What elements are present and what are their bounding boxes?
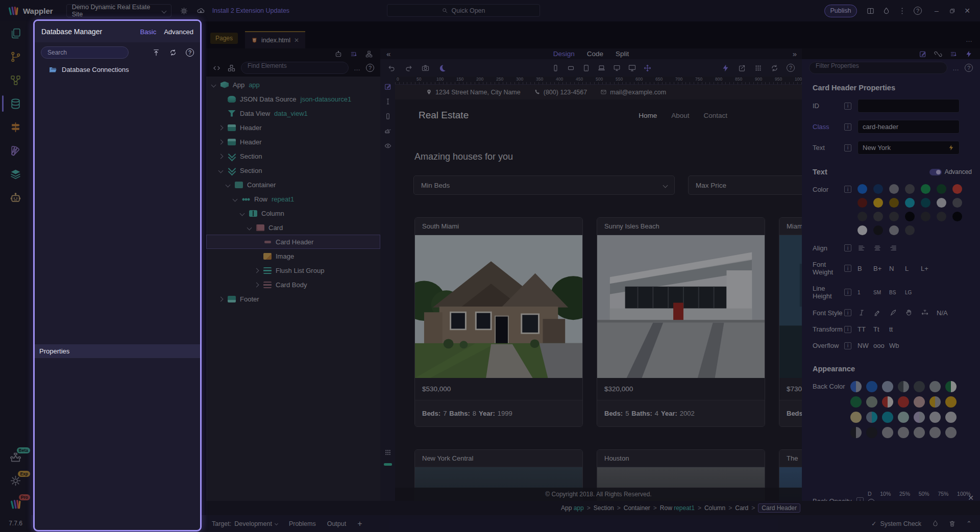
text-cursor-icon[interactable] [384,97,392,106]
tree-node-card-header[interactable]: Card Header [206,235,380,249]
system-check-button[interactable]: ✓ System Check [871,520,921,527]
tabbar-more-icon[interactable]: … [966,36,973,43]
color-swatch[interactable] [921,212,930,221]
find-elements-input[interactable]: Find Elements [241,62,349,74]
color-swatch[interactable] [937,198,946,208]
text-width-icon[interactable] [921,309,929,317]
expander-icon[interactable] [247,225,252,230]
info-icon[interactable]: i [844,289,851,296]
card-header[interactable]: The [779,450,802,467]
color-swatch[interactable] [866,412,877,423]
color-swatch[interactable] [952,198,962,208]
info-icon[interactable]: i [844,144,851,151]
color-swatch[interactable] [857,184,867,194]
rail-item-routes[interactable] [0,115,31,139]
grid9-icon[interactable] [754,64,763,72]
undo-icon[interactable] [387,64,396,72]
publish-button[interactable]: Publish [824,5,857,17]
expander-icon[interactable] [211,82,216,87]
option-bs[interactable]: BS [889,290,905,295]
color-swatch[interactable] [898,396,909,408]
class-input[interactable]: card-header [857,120,960,134]
edit-square-icon[interactable] [384,83,392,91]
color-swatch[interactable] [921,184,930,194]
pen-icon[interactable] [889,309,897,317]
kebab-icon[interactable] [898,7,906,15]
option-tt[interactable]: Tt [873,325,889,333]
tree-node-row[interactable]: Rowrepeat1 [206,192,380,206]
sortlist-icon[interactable] [350,50,358,58]
info-icon[interactable]: i [844,186,851,193]
expander-icon[interactable] [254,282,259,287]
color-swatch[interactable] [857,212,867,221]
arrow-top-icon[interactable] [152,48,160,57]
device-desktop-icon[interactable] [612,64,621,72]
color-swatch[interactable] [889,212,899,221]
collapse-statusbar-icon[interactable]: ⌃ [966,520,972,527]
install-updates-link[interactable]: Install 2 Extension Updates [212,7,289,14]
color-swatch[interactable] [905,184,915,194]
property-card-sunny-isles-beach[interactable]: Sunny Isles Beach$320,000Beds: 5 Baths: … [597,217,765,427]
info-icon[interactable]: i [844,342,851,349]
site-brand[interactable]: Real Estate [419,110,469,121]
color-swatch[interactable] [866,427,877,438]
color-swatch[interactable] [921,198,930,208]
color-swatch[interactable] [898,381,909,392]
color-swatch[interactable] [937,184,946,194]
tree-node-flush-list-group[interactable]: Flush List Group [206,263,380,277]
site-nav-contact[interactable]: Contact [703,112,727,119]
mode-code[interactable]: Code [587,50,603,58]
color-swatch[interactable] [945,381,957,392]
tree-node-app[interactable]: Appapp [206,78,380,92]
grid9-icon[interactable] [384,448,392,457]
color-swatch[interactable] [873,225,883,235]
option-wb[interactable]: Wb [889,342,905,349]
kit-icon[interactable] [227,64,236,72]
color-swatch[interactable] [889,184,899,194]
color-swatch[interactable] [945,412,957,423]
tree-node-card[interactable]: Card [206,220,380,235]
rail-item-database[interactable] [0,92,31,115]
color-swatch[interactable] [866,381,877,392]
hand-icon[interactable] [905,309,913,317]
device-phone-icon[interactable] [551,64,560,72]
color-swatch[interactable] [857,225,867,235]
target-selector[interactable]: Target: Development [212,520,278,527]
color-swatch[interactable] [929,396,941,408]
align-left-icon[interactable] [857,244,866,252]
quick-open-button[interactable]: Quick Open [387,4,540,17]
color-swatch[interactable] [914,427,925,438]
help-icon[interactable]: ? [914,7,922,15]
sitemap-icon[interactable] [365,50,373,58]
filter-properties-input[interactable]: Filter Properties [809,62,947,74]
db-tab-advanced[interactable]: Advanced [164,28,193,36]
project-selector[interactable]: Demo Dynamic Real Estate Site [66,4,172,17]
color-swatch[interactable] [929,412,941,423]
columns-icon[interactable] [866,7,875,15]
structure-help-icon[interactable]: ? [366,64,374,72]
option-l[interactable]: L+ [921,265,937,272]
option-tt[interactable]: tt [889,325,905,333]
breadcrumb-section[interactable]: Section [594,504,614,512]
align-center-icon[interactable] [873,244,881,252]
device-monitor-icon[interactable] [628,64,636,72]
rail-item-extensions[interactable]: Beta [0,445,31,469]
tree-node-column[interactable]: Column [206,206,380,220]
expander-icon[interactable] [218,139,224,144]
tree-node-header[interactable]: Header [206,135,380,149]
expander-icon[interactable] [233,196,238,201]
rail-item-styles[interactable] [0,139,31,162]
device-roundrect-icon[interactable] [567,64,575,72]
property-card-south-miami[interactable]: South Miami$530,000Beds: 7 Baths: 8 Year… [414,217,583,427]
breadcrumb-column[interactable]: Column [704,504,725,512]
robot-head-icon[interactable] [334,50,342,58]
properties-help-icon[interactable]: ? [965,64,973,72]
tab-pages[interactable]: Pages [210,33,238,44]
help-icon[interactable]: ? [787,64,795,72]
tree-node-image[interactable]: Image [206,249,380,263]
eye-icon[interactable] [384,142,392,150]
moon-icon[interactable] [438,64,447,72]
info-icon[interactable]: i [844,123,851,131]
collapse-left-icon[interactable]: « [386,49,390,58]
option-b[interactable]: B+ [873,265,889,272]
